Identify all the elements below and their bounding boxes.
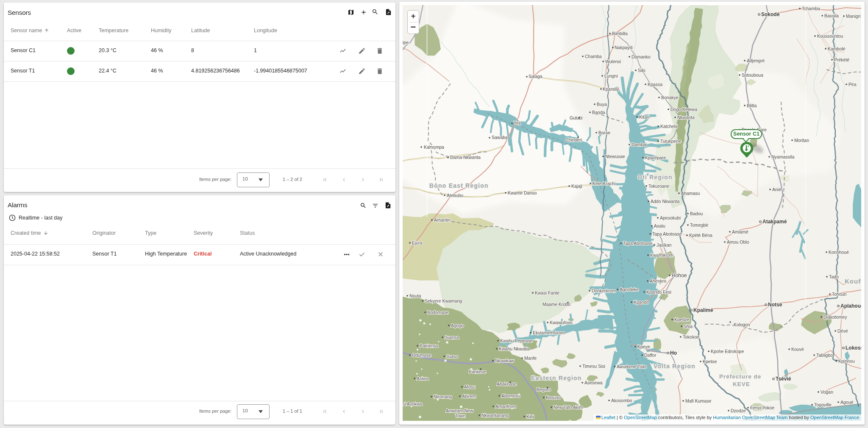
svg-text:Bodomase: Bodomase xyxy=(427,310,448,315)
svg-text:Kete Krachi: Kete Krachi xyxy=(593,181,615,186)
svg-text:Bimbilla: Bimbilla xyxy=(612,31,628,36)
svg-text:Djakotomey: Djakotomey xyxy=(823,314,847,320)
svg-text:Ho: Ho xyxy=(670,350,677,356)
svg-text:Kwame Danso: Kwame Danso xyxy=(508,190,537,195)
svg-text:Atakpamé: Atakpamé xyxy=(762,219,787,225)
svg-text:Amlamé: Amlamé xyxy=(732,229,748,234)
svg-text:Oti Region: Oti Region xyxy=(637,174,673,181)
svg-text:Abirem: Abirem xyxy=(462,394,476,399)
svg-text:Ntewusae: Ntewusae xyxy=(605,154,625,159)
svg-text:Bono East Region: Bono East Region xyxy=(429,182,489,189)
svg-text:Maame Krobo: Maame Krobo xyxy=(542,302,570,307)
svg-text:si Asokwa: si Asokwa xyxy=(403,401,423,406)
svg-text:Kamompa: Kamompa xyxy=(424,145,444,150)
svg-text:Shia: Shia xyxy=(684,324,693,329)
svg-text:Kpandai: Kpandai xyxy=(603,86,619,92)
svg-text:Tomegbè: Tomegbè xyxy=(690,222,708,228)
svg-text:Borae: Borae xyxy=(598,130,610,135)
svg-text:Dévé: Dévé xyxy=(837,328,848,334)
svg-text:Agogo: Agogo xyxy=(451,323,464,328)
svg-text:Nkwanta: Nkwanta xyxy=(677,115,695,120)
svg-text:Ahenkro: Ahenkro xyxy=(650,278,666,283)
svg-text:Kibi: Kibi xyxy=(526,414,534,419)
svg-text:Kwawufoso: Kwawufoso xyxy=(550,320,573,325)
svg-text:Ejura: Ejura xyxy=(412,240,423,245)
svg-text:Addo Nkwanta: Addo Nkwanta xyxy=(651,199,679,204)
svg-text:Vogan: Vogan xyxy=(821,389,833,395)
svg-text:Wulensi: Wulensi xyxy=(605,59,621,64)
svg-text:Mafi Kumase: Mafi Kumase xyxy=(685,398,711,403)
svg-text:Gulubi: Gulubi xyxy=(570,115,582,120)
svg-text:Ahamasu: Ahamasu xyxy=(681,191,700,196)
svg-text:Tokokoe: Tokokoe xyxy=(683,334,699,339)
svg-text:Tado: Tado xyxy=(829,274,839,279)
svg-text:Koussountou: Koussountou xyxy=(817,33,843,39)
svg-text:Tokuroane: Tokuroane xyxy=(648,183,669,189)
svg-text:Nkwantanang: Nkwantanang xyxy=(481,413,509,418)
svg-text:Begoro: Begoro xyxy=(537,387,551,392)
svg-text:Adjengré: Adjengré xyxy=(747,58,765,63)
svg-text:Dzodze: Dzodze xyxy=(731,408,746,413)
svg-text:Chamba: Chamba xyxy=(585,54,602,59)
svg-text:Dambai: Dambai xyxy=(632,142,647,147)
svg-text:Togoville: Togoville xyxy=(814,402,832,407)
svg-text:Yeji: Yeji xyxy=(514,120,521,125)
svg-text:Anweam New: Anweam New xyxy=(446,408,473,413)
svg-text:Konohoué: Konohoué xyxy=(829,250,849,255)
svg-text:Manigri: Manigri xyxy=(846,14,860,19)
svg-text:Nakpayili: Nakpayili xyxy=(615,45,633,50)
svg-text:Sokodé: Sokodé xyxy=(761,11,780,17)
svg-text:Dama Nkwanta: Dama Nkwanta xyxy=(450,155,481,160)
svg-text:Donkorkrom: Donkorkrom xyxy=(592,288,616,293)
svg-text:Amou Oblo: Amou Oblo xyxy=(727,239,749,245)
svg-text:Sibi: Sibi xyxy=(638,68,645,73)
svg-text:Abakoase: Abakoase xyxy=(497,381,517,386)
svg-text:Patriensa: Patriensa xyxy=(420,343,439,348)
svg-text:Ntronang: Ntronang xyxy=(434,394,452,399)
svg-text:Damanko: Damanko xyxy=(632,54,651,59)
svg-text:Kpeve: Kpeve xyxy=(637,344,650,349)
svg-text:Tsévié: Tsévié xyxy=(776,376,791,382)
svg-text:Bosuso: Bosuso xyxy=(546,395,561,400)
svg-text:Nyamassila: Nyamassila xyxy=(771,154,794,159)
svg-text:Juaso: Juaso xyxy=(446,354,458,359)
svg-text:Sekyere Kwamang: Sekyere Kwamang xyxy=(425,298,462,303)
svg-text:Juansa: Juansa xyxy=(445,335,459,340)
svg-text:Kpedze: Kpedze xyxy=(674,317,690,322)
svg-text:Jasikan: Jasikan xyxy=(657,242,672,247)
svg-text:Odumase: Odumase xyxy=(412,353,431,358)
svg-text:New Tafo Akim: New Tafo Akim xyxy=(554,405,583,410)
svg-text:Anié: Anié xyxy=(772,187,781,192)
svg-text:Kwahu Pepease: Kwahu Pepease xyxy=(500,338,533,343)
svg-text:Tohoun: Tohoun xyxy=(832,292,847,297)
svg-text:Pira: Pira xyxy=(849,82,857,87)
svg-text:Kpetoe: Kpetoe xyxy=(703,359,717,364)
svg-text:Bonakye: Bonakye xyxy=(661,95,679,100)
svg-text:Asesewa: Asesewa xyxy=(584,380,603,385)
svg-text:Moritan: Moritan xyxy=(794,138,809,143)
svg-text:Town: Town xyxy=(455,413,466,418)
svg-text:Nsuta: Nsuta xyxy=(409,293,421,298)
svg-text:Kpando: Kpando xyxy=(634,300,649,305)
svg-text:Tutukpene: Tutukpene xyxy=(660,139,681,144)
svg-text:ipe: ipe xyxy=(403,40,409,45)
svg-text:Tchamba: Tchamba xyxy=(802,6,820,11)
svg-text:Blitta: Blitta xyxy=(747,103,757,108)
svg-text:Kwahu Nkwatia: Kwahu Nkwatia xyxy=(499,346,530,351)
svg-text:Kpalimé: Kpalimé xyxy=(693,307,713,313)
svg-text:Volta Region: Volta Region xyxy=(654,363,696,370)
svg-text:Kpohe Edrokope: Kpohe Edrokope xyxy=(711,349,744,354)
svg-text:Lungni: Lungni xyxy=(604,73,618,78)
svg-text:Kajaji: Kajaji xyxy=(571,183,582,189)
svg-text:Akosombo: Akosombo xyxy=(611,398,632,403)
svg-text:Dogo Ketewa: Dogo Ketewa xyxy=(670,107,697,112)
svg-text:Kpinnou: Kpinnou xyxy=(838,359,855,364)
svg-text:Kitari: Kitari xyxy=(639,114,649,120)
svg-text:Atebubu: Atebubu xyxy=(447,193,463,198)
svg-text:Apesokubi: Apesokubi xyxy=(660,215,681,220)
svg-text:Préfecture de: Préfecture de xyxy=(719,373,761,380)
svg-text:Chinderi: Chinderi xyxy=(565,137,582,142)
svg-text:Abomosu: Abomosu xyxy=(501,393,520,398)
svg-text:Kparepare: Kparepare xyxy=(645,155,666,160)
svg-text:Kouvé: Kouvé xyxy=(791,347,804,352)
